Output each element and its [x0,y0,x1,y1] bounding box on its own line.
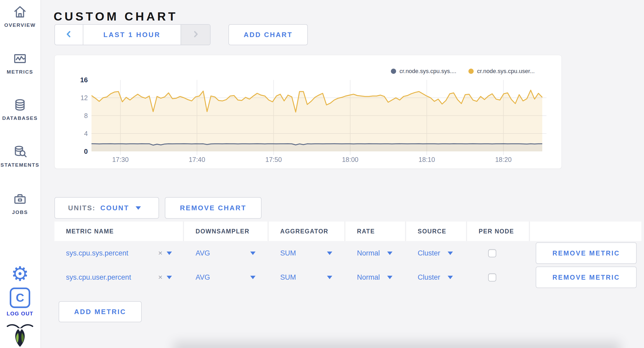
page-title: CUSTOM CHART [54,8,178,25]
cockroach-bug-logo-icon [0,323,40,347]
sidebar-item-statements[interactable]: STATEMENTS [0,144,40,168]
units-label: UNITS: [68,204,96,212]
y-axis-tick-label: 16 [55,76,88,84]
y-axis-tick-label: 4 [55,129,88,138]
chevron-down-icon[interactable] [387,276,392,279]
chevron-down-icon[interactable] [448,252,453,255]
per-node-checkbox[interactable] [488,273,496,282]
metric-name-value[interactable]: sys.cpu.sys.percent [66,249,128,257]
column-header-actions [530,222,641,241]
logout-label: LOG OUT [7,311,33,317]
custom-chart-card: cr.node.sys.cpu.sys.... cr.node.sys.cpu.… [54,55,562,169]
x-axis-tick-label: 17:50 [258,156,289,163]
source-value[interactable]: Cluster [418,273,440,282]
downsampler-value[interactable]: AVG [196,273,210,282]
clear-metric-x-icon[interactable]: × [158,273,162,282]
metrics-icon [12,50,28,67]
chevron-down-icon[interactable] [250,276,255,279]
clear-metric-x-icon[interactable]: × [158,249,162,257]
y-axis-tick-label: 12 [55,94,88,102]
column-header-downsampler: DOWNSAMPLER [184,222,269,241]
x-axis-tick-label: 17:30 [105,156,136,163]
add-chart-button[interactable]: ADD CHART [228,24,308,45]
source-value[interactable]: Cluster [418,249,440,257]
remove-metric-button[interactable]: REMOVE METRIC [536,267,637,288]
rate-value[interactable]: Normal [357,273,380,282]
legend-dot-icon [468,69,474,74]
legend-item[interactable]: cr.node.sys.cpu.user... [468,68,535,75]
settings-button[interactable]: ⚙ [0,264,40,284]
y-axis-tick-label: 0 [55,147,88,156]
units-value: COUNT [100,204,129,212]
legend-dot-icon [391,69,396,74]
table-row: sys.cpu.sys.percent × AVG SUM Normal Clu… [54,241,641,265]
x-axis-tick-label: 18:10 [411,156,443,163]
column-header-source: SOURCE [406,222,467,241]
home-icon [12,4,28,20]
sidebar-item-label: DATABASES [2,115,38,121]
aggregator-value[interactable]: SUM [280,273,296,282]
legend-item[interactable]: cr.node.sys.cpu.sys.... [391,68,456,75]
x-axis-tick-label: 17:40 [181,156,213,163]
x-axis-tick-label: 18:20 [488,156,519,163]
chevron-down-icon[interactable] [167,252,172,255]
metrics-table: METRIC NAME DOWNSAMPLER AGGREGATOR RATE … [54,222,641,289]
aggregator-value[interactable]: SUM [280,249,296,257]
line-chart-plot[interactable] [91,80,546,159]
time-range-value[interactable]: LAST 1 HOUR [83,25,181,45]
sidebar-item-label: STATEMENTS [1,162,39,168]
gear-icon: ⚙ [11,264,29,284]
time-range-next-button[interactable] [181,25,210,45]
column-header-rate: RATE [345,222,406,241]
chevron-down-icon[interactable] [327,276,332,279]
chevron-down-icon [136,206,141,210]
database-icon [12,97,28,113]
table-header-row: METRIC NAME DOWNSAMPLER AGGREGATOR RATE … [54,222,641,241]
add-metric-button[interactable]: ADD METRIC [59,301,142,322]
chevron-down-icon[interactable] [387,252,392,255]
briefcase-icon [12,191,28,207]
x-axis-tick-label: 18:00 [334,156,366,163]
cockroach-c-logo-icon: C [10,288,30,308]
legend-label: cr.node.sys.cpu.sys.... [400,68,456,75]
chevron-down-icon[interactable] [250,252,255,255]
chevron-right-icon [192,30,200,39]
sidebar-item-metrics[interactable]: METRICS [0,50,40,75]
column-header-per-node: PER NODE [467,222,530,241]
downsampler-value[interactable]: AVG [196,249,210,257]
chart-legend: cr.node.sys.cpu.sys.... cr.node.sys.cpu.… [391,68,535,75]
rate-value[interactable]: Normal [357,249,380,257]
remove-metric-button[interactable]: REMOVE METRIC [536,242,637,264]
table-row: sys.cpu.user.percent × AVG SUM Normal Cl… [54,265,641,289]
statements-icon [12,144,28,160]
y-axis-tick-label: 8 [55,111,88,120]
time-range-prev-button[interactable] [55,25,83,45]
chevron-left-icon [65,30,73,39]
sidebar-item-jobs[interactable]: JOBS [0,191,40,215]
sidebar-item-overview[interactable]: OVERVIEW [0,4,40,28]
chevron-down-icon[interactable] [448,276,453,279]
time-range-selector: LAST 1 HOUR [54,24,211,45]
legend-label: cr.node.sys.cpu.user... [477,68,535,75]
per-node-checkbox[interactable] [488,249,496,257]
column-header-metric-name: METRIC NAME [54,222,184,241]
sidebar-item-label: JOBS [12,209,28,215]
column-header-aggregator: AGGREGATOR [269,222,345,241]
units-dropdown[interactable]: UNITS: COUNT [54,197,159,219]
sidebar: OVERVIEW METRICS DATABASES [0,0,41,348]
metric-name-value[interactable]: sys.cpu.user.percent [66,273,131,282]
remove-chart-button[interactable]: REMOVE CHART [165,197,262,219]
sidebar-item-label: OVERVIEW [4,22,36,28]
sidebar-item-label: METRICS [7,69,33,75]
chevron-down-icon[interactable] [167,276,172,279]
logout-button[interactable]: C LOG OUT [0,288,40,317]
sidebar-item-databases[interactable]: DATABASES [0,97,40,121]
chevron-down-icon[interactable] [327,252,332,255]
